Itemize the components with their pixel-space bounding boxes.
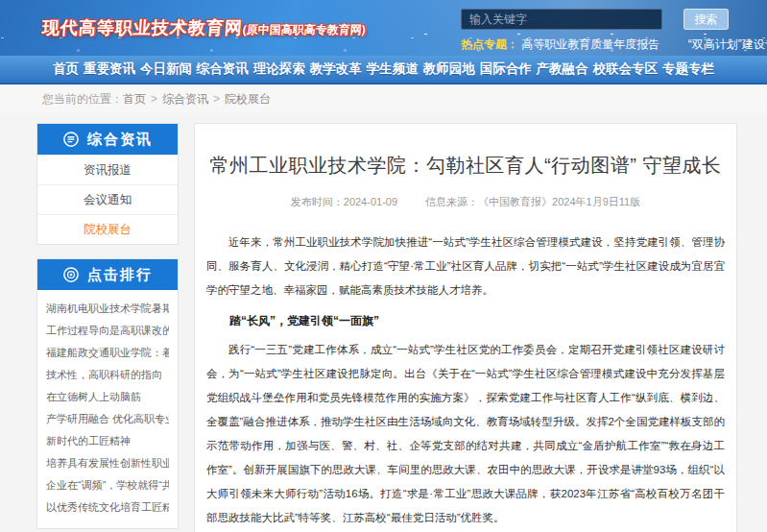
breadcrumb-home[interactable]: 首页 — [123, 92, 146, 106]
rank-item-8[interactable]: 培养具有发展性创新性职业“操作... — [46, 452, 169, 474]
sidebar-item-news-report[interactable]: 资讯报道 — [37, 155, 178, 184]
sidebar-rank-section: 点击排行 湖南机电职业技术学院暑期“三下... 工作过程导向是高职课改的重要..… — [36, 258, 179, 529]
breadcrumb-college-showcase[interactable]: 院校展台 — [225, 92, 271, 106]
nav-item-home[interactable]: 首页 — [53, 60, 79, 78]
target-icon — [62, 266, 80, 283]
rank-item-10[interactable]: 以优秀传统文化培育工匠精神 — [46, 496, 169, 519]
site-logo-main: 现代高等职业技术教育网 — [41, 18, 243, 37]
nav-item-international[interactable]: 国际合作 — [480, 60, 532, 78]
sidebar-news-title: 综合资讯 — [87, 131, 153, 149]
rank-item-4[interactable]: 技术性，高职科研的指向 — [46, 364, 169, 386]
sidebar-item-college-showcase[interactable]: 院校展台 — [37, 214, 178, 244]
rank-item-5[interactable]: 在立德树人上动脑筋 — [46, 386, 169, 408]
rank-item-2[interactable]: 工作过程导向是高职课改的重要... — [46, 320, 169, 342]
article-subhead-1: 踏“长风”，党建引领“一面旗” — [206, 311, 725, 330]
hot-topic-link-annual-report[interactable]: 高等职业教育质量年度报告 — [521, 37, 659, 51]
site-logo-sub: (原中国高职高专教育网) — [242, 23, 366, 36]
article-body: 近年来，常州工业职业技术学院加快推进“一站式”学生社区综合管理模式建设，坚持党建… — [206, 230, 725, 532]
article-publish-time: 发布时间：2024-01-09 — [291, 196, 397, 207]
article-paragraph-intro: 近年来，常州工业职业技术学院加快推进“一站式”学生社区综合管理模式建设，坚持党建… — [206, 230, 725, 302]
nav-item-special-column[interactable]: 专题专栏 — [662, 60, 714, 78]
article-panel: 常州工业职业技术学院：勾勒社区育人“行动图谱” 守望成长 发布时间：2024-0… — [194, 123, 737, 532]
hot-topics-row: 热点专题： 高等职业教育质量年度报告 “双高计划”建设专栏 — [461, 36, 767, 53]
main-nav: 首页 重要资讯 今日新闻 综合资讯 理论探索 教学改革 学生频道 教师园地 国际… — [0, 56, 767, 85]
rank-list: 湖南机电职业技术学院暑期“三下... 工作过程导向是高职课改的重要... 福建船… — [37, 290, 178, 528]
sidebar-rank-title: 点击排行 — [87, 266, 153, 284]
sidebar-rank-header: 点击排行 — [37, 259, 178, 290]
rank-item-6[interactable]: 产学研用融合 优化高职专业 — [46, 408, 169, 430]
article-paragraph-party: 践行“一三五”党建工作体系，成立“一站式”学生社区党的工作委员会，定期召开党建引… — [206, 338, 725, 530]
nav-item-student-channel[interactable]: 学生频道 — [367, 60, 419, 78]
rank-item-3[interactable]: 福建船政交通职业学院：着力深... — [46, 342, 169, 364]
site-logo[interactable]: 现代高等职业技术教育网(原中国高职高专教育网) — [41, 16, 367, 39]
sidebar: 综合资讯 资讯报道 会议通知 院校展台 点击排行 湖南机电职业技术学院暑期“三下… — [36, 123, 179, 532]
nav-item-general-news[interactable]: 综合资讯 — [197, 60, 249, 78]
breadcrumb-separator: > — [213, 92, 220, 106]
search-input[interactable] — [461, 9, 662, 30]
article-title: 常州工业职业技术学院：勾勒社区育人“行动图谱” 守望成长 — [206, 153, 725, 179]
sidebar-news-section: 综合资讯 资讯报道 会议通知 院校展台 — [36, 123, 179, 245]
nav-item-teaching-reform[interactable]: 教学改革 — [310, 60, 362, 78]
breadcrumb: 您当前的位置：首页>综合资讯>院校展台 — [0, 85, 767, 113]
rank-item-7[interactable]: 新时代的工匠精神 — [46, 430, 169, 452]
nav-item-association-zone[interactable]: 校联会专区 — [593, 60, 659, 78]
content-area: 综合资讯 资讯报道 会议通知 院校展台 点击排行 湖南机电职业技术学院暑期“三下… — [0, 113, 767, 532]
site-banner: 现代高等职业技术教育网(原中国高职高专教育网) 搜索 热点专题： 高等职业教育质… — [0, 0, 767, 56]
sidebar-item-meeting-notice[interactable]: 会议通知 — [37, 184, 178, 214]
breadcrumb-general-news[interactable]: 综合资讯 — [162, 92, 208, 106]
article-meta: 发布时间：2024-01-09 信息来源：《中国教育报》2024年1月9日11版 — [206, 195, 725, 209]
hot-topics-label: 热点专题： — [461, 37, 518, 51]
nav-item-industry-education[interactable]: 产教融合 — [537, 60, 588, 78]
hot-topic-link-shuanggao[interactable]: “双高计划”建设专栏 — [688, 37, 767, 51]
article-source: 信息来源：《中国教育报》2024年1月9日11版 — [425, 196, 640, 207]
nav-item-teacher-garden[interactable]: 教师园地 — [423, 60, 475, 78]
breadcrumb-label: 您当前的位置： — [42, 92, 123, 106]
sidebar-news-header: 综合资讯 — [37, 124, 178, 155]
nav-item-important-news[interactable]: 重要资讯 — [84, 60, 135, 78]
list-circle-icon — [62, 131, 80, 148]
nav-item-theory[interactable]: 理论探索 — [253, 60, 305, 78]
breadcrumb-separator: > — [151, 92, 157, 106]
nav-item-today-news[interactable]: 今日新闻 — [140, 60, 192, 78]
rank-item-1[interactable]: 湖南机电职业技术学院暑期“三下... — [46, 298, 169, 320]
search-button[interactable]: 搜索 — [683, 9, 729, 30]
rank-item-9[interactable]: 企业在“调频”，学校就得“共振” — [46, 474, 169, 496]
